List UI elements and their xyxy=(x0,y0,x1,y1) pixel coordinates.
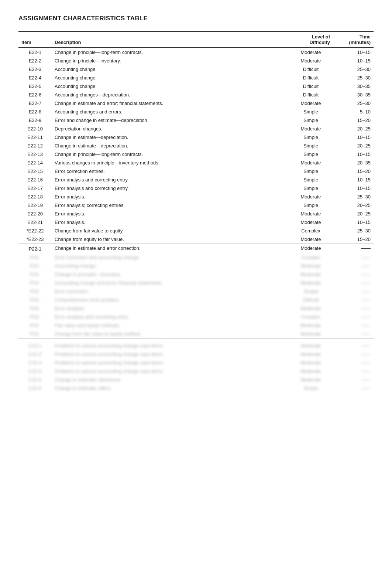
cell-description: Change from equity to fair value. xyxy=(52,235,289,244)
cell-item: E22-14 xyxy=(18,159,52,167)
cell-difficulty: Difficult xyxy=(289,65,333,74)
cell-difficulty: Difficult xyxy=(289,91,333,99)
cell-description: Change in estimate; disclosure. xyxy=(52,375,289,384)
blurred-row: P22- Error analysis. Moderate —— xyxy=(18,304,374,313)
cell-difficulty: Complex xyxy=(289,253,333,262)
blurred-row: P22- Accounting change and error; financ… xyxy=(18,279,374,287)
cell-time: 25–30 xyxy=(333,74,374,82)
cell-description: Error and change in estimate—depreciatio… xyxy=(52,116,289,125)
cell-difficulty: Difficult xyxy=(289,74,333,82)
cell-difficulty: Moderate xyxy=(289,279,333,287)
cell-difficulty: Moderate xyxy=(289,262,333,270)
col-header-item: Item xyxy=(18,31,52,48)
cell-item: E22-12 xyxy=(18,142,52,150)
cell-time: —— xyxy=(333,287,374,296)
cell-item: E22-5 xyxy=(18,82,52,91)
cell-difficulty: Simple xyxy=(289,176,333,184)
cell-difficulty: Moderate xyxy=(289,350,333,358)
cell-item: C22-5 xyxy=(18,375,52,384)
cell-difficulty: Moderate xyxy=(289,358,333,367)
cell-time: —— xyxy=(333,279,374,287)
cell-item: E22-19 xyxy=(18,201,52,210)
characteristics-table: Item Description Level of Difficulty Tim… xyxy=(18,31,374,392)
cell-time: 30–35 xyxy=(333,82,374,91)
table-row: E22-6 Accounting changes—depreciation. D… xyxy=(18,91,374,99)
cell-difficulty: Moderate xyxy=(289,244,333,253)
table-row: E22-15 Error correction entries. Simple … xyxy=(18,167,374,176)
cell-description: Error analysis and correcting entry. xyxy=(52,176,289,184)
cell-description: Depreciation changes. xyxy=(52,125,289,133)
cell-time: 10–15 xyxy=(333,133,374,142)
blurred-row: P22- Change from fair value to equity me… xyxy=(18,330,374,338)
cell-time: 25–30 xyxy=(333,99,374,108)
cell-time: 25–30 xyxy=(333,193,374,201)
blurred-row: P22- Accounting change. Moderate —— xyxy=(18,262,374,270)
cell-difficulty: Moderate xyxy=(289,270,333,279)
cell-difficulty: Complex xyxy=(289,313,333,321)
table-row: E22-10 Depreciation changes. Moderate 20… xyxy=(18,125,374,133)
cell-difficulty: Moderate xyxy=(289,125,333,133)
cell-difficulty: Moderate xyxy=(289,218,333,227)
cell-description: Error analysis and correcting entry. xyxy=(52,313,289,321)
blurred-row-2: C22-6 Change in estimate; effect. Simple… xyxy=(18,384,374,392)
table-row: E22-7 Change in estimate and error; fina… xyxy=(18,99,374,108)
cell-description: Problems in various accounting change ca… xyxy=(52,367,289,375)
table-row: E22-21 Error analysis. Moderate 10–15 xyxy=(18,218,374,227)
cell-difficulty: Moderate xyxy=(289,235,333,244)
blurred-row: P22- Change in principle—inventory. Mode… xyxy=(18,270,374,279)
cell-description: Problems in various accounting change ca… xyxy=(52,341,289,350)
table-row: E22-9 Error and change in estimate—depre… xyxy=(18,116,374,125)
cell-item: E22-11 xyxy=(18,133,52,142)
cell-difficulty: Simple xyxy=(289,287,333,296)
cell-difficulty: Simple xyxy=(289,167,333,176)
cell-item: E22-7 xyxy=(18,99,52,108)
cell-difficulty: Moderate xyxy=(289,321,333,330)
cell-time: 20–25 xyxy=(333,201,374,210)
blurred-row: P22- Fair value and equity methods. Mode… xyxy=(18,321,374,330)
cell-description: Change from fair value to equity method. xyxy=(52,330,289,338)
cell-time: 5–10 xyxy=(333,108,374,116)
blurred-row-2: C22-2 Problems in various accounting cha… xyxy=(18,350,374,358)
cell-time: 15–20 xyxy=(333,116,374,125)
cell-item: C22-1 xyxy=(18,341,52,350)
cell-item: E22-17 xyxy=(18,184,52,193)
cell-description: Fair value and equity methods. xyxy=(52,321,289,330)
cell-time: 20–35 xyxy=(333,159,374,167)
cell-time: 10–15 xyxy=(333,176,374,184)
section-separator-2 xyxy=(18,338,374,342)
table-row: E22-8 Accounting changes and errors. Sim… xyxy=(18,108,374,116)
col-header-time: Time (minutes) xyxy=(333,31,374,48)
cell-difficulty: Simple xyxy=(289,384,333,392)
table-row: E22-4 Accounting change. Difficult 25–30 xyxy=(18,74,374,82)
table-row: E22-13 Change in principle—long-term con… xyxy=(18,150,374,159)
blurred-row-2: C22-4 Problems in various accounting cha… xyxy=(18,367,374,375)
blurred-row: P22- Error analysis and correcting entry… xyxy=(18,313,374,321)
table-row: E22-14 Various changes in principle—inve… xyxy=(18,159,374,167)
cell-time: 25–30 xyxy=(333,65,374,74)
cell-time: 10–15 xyxy=(333,184,374,193)
cell-difficulty: Simple xyxy=(289,201,333,210)
cell-difficulty: Simple xyxy=(289,184,333,193)
table-row: E22-19 Error analysis; correcting entrie… xyxy=(18,201,374,210)
cell-item: E22-9 xyxy=(18,116,52,125)
cell-description: Change in principle—inventory. xyxy=(52,57,289,65)
cell-time: —— xyxy=(333,270,374,279)
cell-time: 10–15 xyxy=(333,57,374,65)
blurred-row: P22- Comprehensive error problem. Diffic… xyxy=(18,296,374,304)
cell-time: —— xyxy=(333,262,374,270)
cell-description: Change in principle—inventory. xyxy=(52,270,289,279)
cell-difficulty: Moderate xyxy=(289,330,333,338)
blurred-row-2: C22-1 Problems in various accounting cha… xyxy=(18,341,374,350)
cell-description: Error analysis. xyxy=(52,193,289,201)
cell-time: 25–30 xyxy=(333,227,374,235)
cell-time: —— xyxy=(333,244,374,253)
cell-item: P22- xyxy=(18,287,52,296)
cell-difficulty: Simple xyxy=(289,108,333,116)
cell-description: Accounting changes—depreciation. xyxy=(52,91,289,99)
cell-time: —— xyxy=(333,330,374,338)
cell-time: 20–25 xyxy=(333,210,374,218)
cell-description: Change in estimate—depreciation. xyxy=(52,133,289,142)
cell-description: Change in principle—long-term contracts. xyxy=(52,150,289,159)
cell-time: —— xyxy=(333,367,374,375)
cell-item: E22-8 xyxy=(18,108,52,116)
